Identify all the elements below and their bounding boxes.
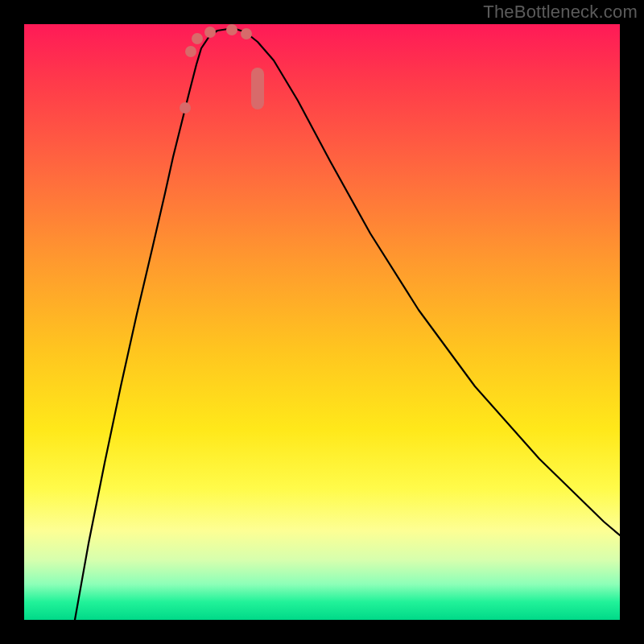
plot-area	[24, 24, 620, 620]
data-marker	[180, 102, 191, 114]
bottleneck-curve	[75, 28, 620, 620]
chart-svg	[24, 24, 620, 620]
data-marker	[241, 28, 252, 39]
chart-frame: TheBottleneck.com	[0, 0, 644, 644]
data-marker	[204, 27, 216, 38]
data-marker	[192, 33, 203, 44]
watermark-text: TheBottleneck.com	[483, 2, 638, 23]
data-marker	[226, 24, 237, 35]
data-marker	[185, 46, 196, 57]
data-marker	[251, 68, 264, 109]
